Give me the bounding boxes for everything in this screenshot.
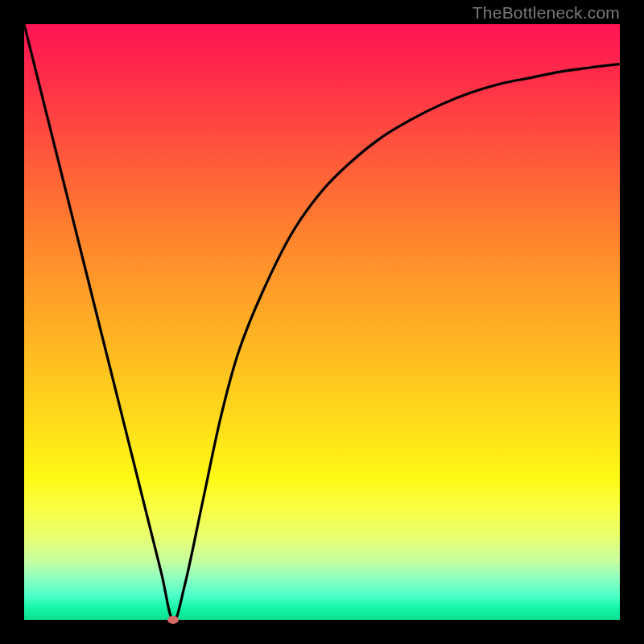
watermark-text: TheBottleneck.com xyxy=(473,3,620,23)
plot-area xyxy=(24,24,620,620)
chart-frame: TheBottleneck.com xyxy=(0,0,644,644)
bottleneck-curve xyxy=(24,24,620,620)
minimum-marker xyxy=(167,616,179,624)
